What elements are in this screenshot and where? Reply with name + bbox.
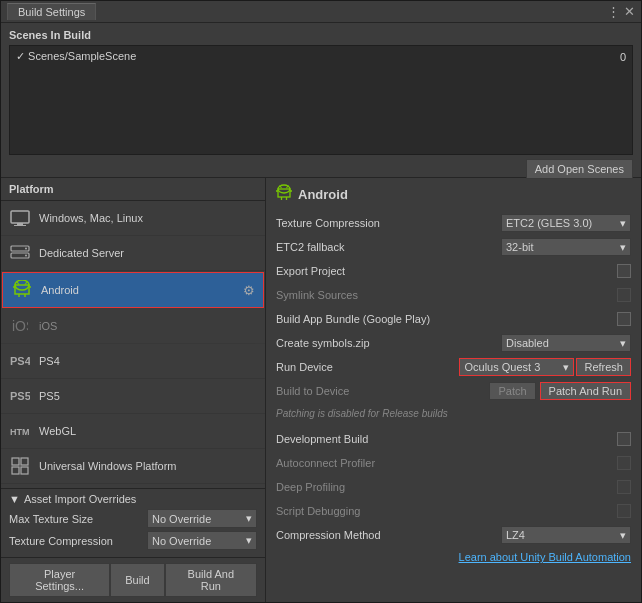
create-symbols-zip-dropdown[interactable]: Disabled ▾: [501, 334, 631, 352]
settings-row-run-device: Run Device Oculus Quest 3 ▾ Refresh: [276, 357, 631, 377]
settings-row-compression-method: Compression Method LZ4 ▾: [276, 525, 631, 545]
label-autoconnect-profiler: Autoconnect Profiler: [276, 457, 375, 469]
control-create-symbols-zip: Disabled ▾: [370, 334, 631, 352]
control-development-build: [368, 432, 631, 446]
platform-item-uwp[interactable]: Universal Windows Platform: [1, 449, 265, 484]
platform-item-dedicated-server[interactable]: Dedicated Server: [1, 236, 265, 271]
platform-item-windows[interactable]: Windows, Mac, Linux: [1, 201, 265, 236]
svg-line-13: [17, 282, 19, 285]
patch-and-run-button[interactable]: Patch And Run: [540, 382, 631, 400]
compression-method-dropdown[interactable]: LZ4 ▾: [501, 526, 631, 544]
texture-size-dropdown[interactable]: No Override ▾: [147, 509, 257, 528]
deep-profiling-checkbox[interactable]: [617, 480, 631, 494]
control-export-project: [345, 264, 631, 278]
player-settings-button[interactable]: Player Settings...: [9, 563, 110, 597]
learn-about-link[interactable]: Learn about Unity Build Automation: [459, 551, 631, 563]
platform-item-android[interactable]: Android ⚙: [2, 272, 264, 308]
texture-size-value: No Override: [152, 513, 211, 525]
settings-row-build-app-bundle: Build App Bundle (Google Play): [276, 309, 631, 329]
scene-item: ✓ Scenes/SampleScene 0: [12, 48, 630, 65]
development-build-checkbox[interactable]: [617, 432, 631, 446]
settings-row-build-to-device: Build to Device Patch Patch And Run: [276, 381, 631, 401]
asset-label-texture-size: Max Texture Size: [9, 513, 93, 525]
platform-panel: Platform Windows, Mac, Linux: [1, 178, 266, 602]
svg-rect-22: [21, 467, 28, 474]
texture-compression-value: ETC2 (GLES 3.0): [506, 217, 592, 229]
patch-button[interactable]: Patch: [489, 382, 535, 400]
platform-item-webgl[interactable]: HTML WebGL: [1, 414, 265, 449]
platform-header: Platform: [1, 178, 265, 201]
svg-text:HTML: HTML: [10, 427, 30, 437]
scenes-header: Scenes In Build: [9, 29, 633, 41]
platform-label-uwp: Universal Windows Platform: [39, 460, 257, 472]
svg-rect-20: [21, 458, 28, 465]
scenes-section: Scenes In Build ✓ Scenes/SampleScene 0 A…: [1, 23, 641, 178]
asset-overrides: ▼ Asset Import Overrides Max Texture Siz…: [1, 488, 265, 557]
settings-row-autoconnect-profiler: Autoconnect Profiler: [276, 453, 631, 473]
title-bar-controls: ⋮ ✕: [607, 4, 635, 19]
ps5-icon: PS5: [9, 385, 31, 407]
android-gear-icon[interactable]: ⚙: [243, 283, 255, 298]
build-app-bundle-checkbox[interactable]: [617, 312, 631, 326]
android-header-icon: [276, 184, 292, 205]
build-settings-window: Build Settings ⋮ ✕ Scenes In Build ✓ Sce…: [0, 0, 642, 603]
build-button[interactable]: Build: [110, 563, 164, 597]
script-debugging-checkbox[interactable]: [617, 504, 631, 518]
uwp-icon: [9, 455, 31, 477]
ps4-icon: PS4: [9, 350, 31, 372]
etc2-fallback-dropdown[interactable]: 32-bit ▾: [501, 238, 631, 256]
label-build-to-device: Build to Device: [276, 385, 349, 397]
control-texture-compression: ETC2 (GLES 3.0) ▾: [380, 214, 631, 232]
build-and-run-button[interactable]: Build And Run: [165, 563, 257, 597]
patch-info-text: Patching is disabled for Release builds: [276, 408, 448, 419]
platform-item-ios[interactable]: iOS iOS: [1, 309, 265, 344]
close-icon[interactable]: ✕: [624, 4, 635, 19]
run-device-arrow: ▾: [563, 361, 569, 374]
texture-comp-dropdown[interactable]: No Override ▾: [147, 531, 257, 550]
platform-item-ps4[interactable]: PS4 PS4: [1, 344, 265, 379]
settings-row-etc2-fallback: ETC2 fallback 32-bit ▾: [276, 237, 631, 257]
refresh-button[interactable]: Refresh: [576, 358, 631, 376]
android-icon: [11, 279, 33, 301]
run-device-dropdown[interactable]: Oculus Quest 3 ▾: [459, 358, 574, 376]
build-settings-tab[interactable]: Build Settings: [7, 3, 96, 20]
svg-rect-1: [17, 223, 23, 225]
scenes-list: ✓ Scenes/SampleScene 0: [9, 45, 633, 155]
run-device-value: Oculus Quest 3: [464, 361, 540, 373]
label-create-symbols-zip: Create symbols.zip: [276, 337, 370, 349]
texture-comp-arrow: ▾: [246, 534, 252, 547]
windows-icon: [9, 207, 31, 229]
control-autoconnect-profiler: [375, 456, 631, 470]
texture-compression-dropdown[interactable]: ETC2 (GLES 3.0) ▾: [501, 214, 631, 232]
add-open-scenes-button[interactable]: Add Open Scenes: [526, 159, 633, 179]
svg-rect-19: [12, 458, 19, 465]
webgl-icon: HTML: [9, 420, 31, 442]
export-project-checkbox[interactable]: [617, 264, 631, 278]
label-build-app-bundle: Build App Bundle (Google Play): [276, 313, 430, 325]
scene-index: 0: [620, 51, 626, 63]
title-bar: Build Settings ⋮ ✕: [1, 1, 641, 23]
symlink-sources-checkbox[interactable]: [617, 288, 631, 302]
svg-text:PS4: PS4: [10, 355, 30, 367]
svg-point-6: [25, 255, 27, 257]
dedicated-server-icon: [9, 242, 31, 264]
label-run-device: Run Device: [276, 361, 333, 373]
asset-overrides-header[interactable]: ▼ Asset Import Overrides: [9, 493, 257, 505]
platform-item-ps5[interactable]: PS5 PS5: [1, 379, 265, 414]
platform-label-ps4: PS4: [39, 355, 257, 367]
asset-overrides-title: Asset Import Overrides: [24, 493, 136, 505]
texture-size-arrow: ▾: [246, 512, 252, 525]
control-etc2-fallback: 32-bit ▾: [344, 238, 631, 256]
etc2-fallback-value: 32-bit: [506, 241, 534, 253]
label-development-build: Development Build: [276, 433, 368, 445]
android-settings-header: Android: [276, 184, 631, 205]
ios-icon: iOS: [9, 315, 31, 337]
main-area: Scenes In Build ✓ Scenes/SampleScene 0 A…: [1, 23, 641, 602]
more-icon[interactable]: ⋮: [607, 4, 620, 19]
svg-rect-2: [14, 225, 26, 226]
label-export-project: Export Project: [276, 265, 345, 277]
control-deep-profiling: [345, 480, 631, 494]
asset-row-texture-compression: Texture Compression No Override ▾: [9, 531, 257, 550]
texture-compression-arrow: ▾: [620, 217, 626, 230]
autoconnect-profiler-checkbox[interactable]: [617, 456, 631, 470]
